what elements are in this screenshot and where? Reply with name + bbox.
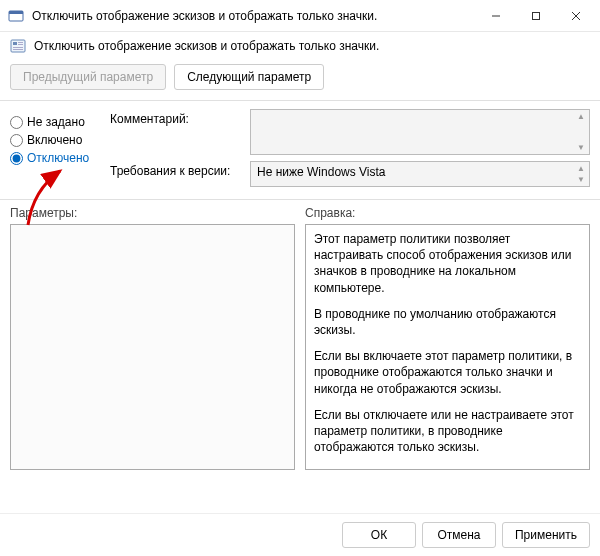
help-text: Если вы отключаете или не настраиваете э… — [314, 407, 581, 456]
help-panel: Этот параметр политики позволяет настраи… — [305, 224, 590, 470]
svg-rect-6 — [11, 40, 25, 52]
scrollbar-icon: ▲▼ — [577, 164, 587, 184]
radio-label: Включено — [27, 133, 82, 147]
help-text: В проводнике по умолчанию отображаются э… — [314, 306, 581, 338]
svg-rect-10 — [13, 47, 23, 48]
help-label: Справка: — [305, 206, 590, 220]
radio-not-configured[interactable]: Не задано — [10, 115, 110, 129]
radio-disabled[interactable]: Отключено — [10, 151, 110, 165]
radio-not-configured-input[interactable] — [10, 116, 23, 129]
options-label: Параметры: — [10, 206, 295, 220]
requirements-value: Не ниже Windows Vista — [257, 165, 386, 179]
ok-button[interactable]: ОК — [342, 522, 416, 548]
policy-title: Отключить отображение эскизов и отобража… — [34, 39, 379, 53]
minimize-button[interactable] — [476, 2, 516, 30]
radio-enabled-input[interactable] — [10, 134, 23, 147]
close-button[interactable] — [556, 2, 596, 30]
requirements-label: Требования к версии: — [110, 161, 250, 178]
maximize-button[interactable] — [516, 2, 556, 30]
comment-label: Комментарий: — [110, 109, 250, 126]
help-text: Этот параметр политики позволяет настраи… — [314, 231, 581, 296]
state-radio-group: Не задано Включено Отключено — [10, 109, 110, 193]
policy-header: Отключить отображение эскизов и отобража… — [0, 32, 600, 60]
requirements-textbox[interactable]: Не ниже Windows Vista ▲▼ — [250, 161, 590, 187]
next-setting-button[interactable]: Следующий параметр — [174, 64, 324, 90]
svg-rect-8 — [18, 42, 23, 43]
scrollbar-icon: ▲▼ — [577, 112, 587, 152]
titlebar: Отключить отображение эскизов и отобража… — [0, 0, 600, 32]
svg-rect-7 — [13, 42, 17, 45]
help-text: Если вы включаете этот параметр политики… — [314, 348, 581, 397]
options-panel — [10, 224, 295, 470]
comment-textbox[interactable]: ▲▼ — [250, 109, 590, 155]
svg-rect-1 — [9, 11, 23, 14]
radio-disabled-input[interactable] — [10, 152, 23, 165]
svg-rect-9 — [18, 44, 23, 45]
app-icon — [8, 8, 24, 24]
dialog-footer: ОК Отмена Применить — [0, 513, 600, 556]
svg-rect-11 — [13, 49, 23, 50]
cancel-button[interactable]: Отмена — [422, 522, 496, 548]
svg-rect-3 — [533, 12, 540, 19]
window-title: Отключить отображение эскизов и отобража… — [32, 9, 476, 23]
radio-label: Отключено — [27, 151, 89, 165]
radio-enabled[interactable]: Включено — [10, 133, 110, 147]
nav-buttons: Предыдущий параметр Следующий параметр — [0, 60, 600, 100]
policy-icon — [10, 38, 26, 54]
apply-button[interactable]: Применить — [502, 522, 590, 548]
radio-label: Не задано — [27, 115, 85, 129]
prev-setting-button[interactable]: Предыдущий параметр — [10, 64, 166, 90]
